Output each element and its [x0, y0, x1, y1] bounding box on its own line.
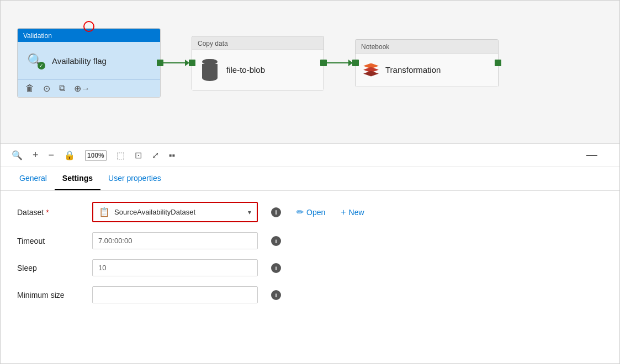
sleep-info-icon[interactable]: i — [271, 263, 281, 273]
required-star: * — [46, 208, 49, 217]
timeout-row: Timeout i — [17, 232, 603, 249]
toolbar-separator — [586, 155, 597, 156]
check-badge-icon: ✓ — [38, 62, 45, 69]
delete-icon[interactable]: 🗑 — [25, 83, 34, 94]
remove-toolbar-icon[interactable]: − — [49, 149, 55, 161]
chevron-down-icon: ▾ — [248, 208, 251, 216]
copy-data-header: Copy data — [192, 36, 324, 50]
add-toolbar-icon[interactable]: + — [33, 149, 39, 161]
dataset-label: Dataset * — [17, 208, 83, 217]
dataset-select[interactable]: 📋 SourceAvailabilityDataset ▾ — [92, 202, 258, 222]
connector-2 — [324, 60, 355, 66]
minimum-size-info-icon[interactable]: i — [271, 290, 281, 300]
cursor-box-icon[interactable]: ⊡ — [135, 150, 142, 160]
sleep-row: Sleep i — [17, 259, 603, 276]
sleep-label: Sleep — [17, 264, 83, 272]
validation-footer: 🗑 ⊙ ⧉ ⊕→ — [18, 79, 160, 97]
open-button[interactable]: ✏ Open — [296, 207, 325, 217]
notebook-body: Transformation — [356, 53, 498, 87]
notebook-node[interactable]: Notebook Transformation — [355, 39, 499, 87]
add-connection-icon[interactable]: ⊕→ — [74, 83, 90, 94]
sleep-input[interactable] — [92, 259, 258, 276]
validation-label: Availability flag — [52, 56, 107, 66]
notebook-label: Transformation — [385, 65, 441, 74]
validation-icon: 🔍 ✓ — [25, 51, 45, 71]
new-button[interactable]: + New — [341, 207, 364, 217]
settings-panel: Dataset * 📋 SourceAvailabilityDataset ▾ … — [1, 191, 619, 324]
error-circle-icon — [83, 21, 94, 32]
databricks-icon — [363, 63, 379, 77]
notebook-connector-right — [495, 60, 501, 66]
copy-connector-right — [320, 60, 327, 66]
minimum-size-input[interactable] — [92, 286, 258, 303]
copy-icon[interactable]: ⧉ — [59, 83, 65, 94]
dataset-row: Dataset * 📋 SourceAvailabilityDataset ▾ … — [17, 202, 603, 222]
zoom-100-icon[interactable]: 100% — [85, 150, 107, 161]
dataset-select-icon: 📋 — [99, 207, 110, 217]
dataset-info-icon[interactable]: i — [271, 207, 281, 217]
tabs-bar: General Settings User properties — [1, 167, 619, 191]
connector-1 — [161, 60, 192, 66]
timeout-label: Timeout — [17, 237, 83, 245]
pipeline-nodes: Validation 🔍 ✓ Availability flag 🗑 ⊙ ⧉ ⊕… — [17, 28, 499, 98]
dataset-value: SourceAvailabilityDataset — [114, 208, 243, 216]
plus-icon: + — [341, 207, 346, 217]
layers-icon[interactable]: ▪▪ — [169, 151, 175, 160]
tab-settings[interactable]: Settings — [55, 167, 100, 190]
tab-user-properties[interactable]: User properties — [100, 167, 169, 190]
database-icon — [200, 59, 220, 81]
search-toolbar-icon[interactable]: 🔍 — [12, 150, 23, 160]
notebook-header: Notebook — [356, 40, 498, 53]
fit-view-icon[interactable]: ⤢ — [152, 150, 159, 160]
lock-toolbar-icon[interactable]: 🔒 — [64, 150, 75, 160]
minimum-size-label: Minimum size — [17, 291, 83, 299]
validation-connector-right — [157, 60, 163, 66]
frame-icon[interactable]: ⬚ — [116, 150, 125, 160]
validation-body: 🔍 ✓ Availability flag — [18, 42, 160, 79]
pipeline-canvas: Validation 🔍 ✓ Availability flag 🗑 ⊙ ⧉ ⊕… — [1, 1, 619, 144]
copy-data-body: file-to-blob — [192, 50, 324, 90]
copy-data-label: file-to-blob — [226, 65, 265, 74]
copy-connector-left — [189, 60, 195, 66]
tab-general[interactable]: General — [12, 167, 55, 190]
pencil-icon: ✏ — [296, 207, 304, 217]
canvas-toolbar: 🔍 + − 🔒 100% ⬚ ⊡ ⤢ ▪▪ — [1, 144, 619, 167]
notebook-connector-left — [352, 60, 359, 66]
validation-node[interactable]: Validation 🔍 ✓ Availability flag 🗑 ⊙ ⧉ ⊕… — [17, 28, 161, 98]
minimum-size-row: Minimum size i — [17, 286, 603, 303]
timeout-info-icon[interactable]: i — [271, 236, 281, 246]
settings-icon[interactable]: ⊙ — [43, 83, 50, 94]
timeout-input[interactable] — [92, 232, 258, 249]
copy-data-node[interactable]: Copy data file-to-blob — [192, 36, 324, 90]
